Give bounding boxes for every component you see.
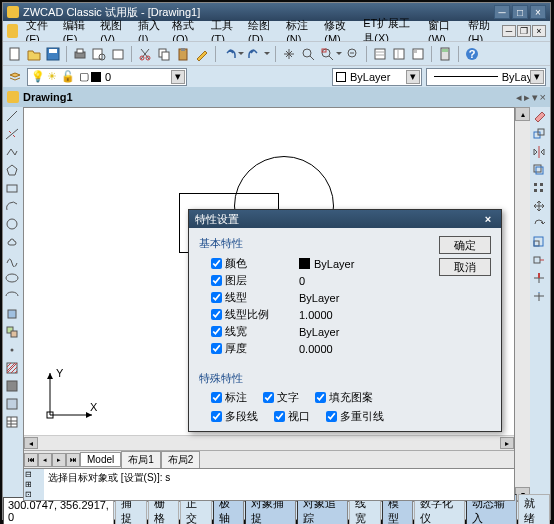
linetype-combo[interactable]: ByLayer ▾ — [426, 68, 546, 86]
tab-menu-icon[interactable]: ▾ — [532, 91, 538, 104]
mdi-restore-button[interactable]: ❐ — [517, 25, 531, 37]
props-icon[interactable] — [372, 46, 388, 62]
polygon-icon[interactable] — [5, 163, 21, 179]
zoom-prev-icon[interactable] — [345, 46, 361, 62]
tab-model[interactable]: Model — [80, 452, 121, 467]
erase-icon[interactable] — [532, 109, 548, 125]
open-icon[interactable] — [26, 46, 42, 62]
cmd-icon1[interactable]: ⊟ — [25, 470, 41, 479]
paste-icon[interactable] — [175, 46, 191, 62]
prop-checkbox[interactable]: 图层 — [211, 273, 299, 288]
ok-button[interactable]: 确定 — [439, 236, 491, 254]
arc-icon[interactable] — [5, 199, 21, 215]
ellipsearc-icon[interactable] — [5, 289, 21, 305]
zoom-dropdown[interactable] — [336, 52, 342, 55]
scroll-up-icon[interactable]: ▴ — [515, 107, 530, 121]
doc-tab[interactable]: Drawing1 — [23, 91, 73, 103]
layer-props-icon[interactable] — [7, 69, 23, 85]
scale-icon[interactable] — [532, 235, 548, 251]
special-checkbox[interactable]: 多重引线 — [326, 409, 384, 424]
point-icon[interactable] — [5, 343, 21, 359]
command-line[interactable]: 选择目标对象或 [设置(S)]: s — [44, 469, 514, 500]
move-icon[interactable] — [532, 199, 548, 215]
rect-icon[interactable] — [5, 181, 21, 197]
scroll-right-icon[interactable]: ▸ — [500, 437, 514, 449]
gradient-icon[interactable] — [5, 379, 21, 395]
color-combo[interactable]: ByLayer ▾ — [332, 68, 422, 86]
zoom-win-icon[interactable] — [319, 46, 335, 62]
tab-prev-icon[interactable]: ◂ — [516, 91, 522, 104]
extend-icon[interactable] — [532, 289, 548, 305]
mirror-icon[interactable] — [532, 145, 548, 161]
prop-checkbox[interactable]: 线宽 — [211, 324, 299, 339]
save-icon[interactable] — [45, 46, 61, 62]
prop-checkbox[interactable]: 厚度 — [211, 341, 299, 356]
close-button[interactable]: × — [530, 5, 546, 19]
redo-icon[interactable] — [247, 46, 263, 62]
cmd-icon3[interactable]: ⊡ — [25, 490, 41, 499]
offset-icon[interactable] — [532, 163, 548, 179]
special-checkbox[interactable]: 文字 — [263, 390, 299, 405]
undo-dropdown[interactable] — [238, 52, 244, 55]
status-就绪[interactable]: 就绪 — [518, 494, 550, 525]
preview-icon[interactable] — [91, 46, 107, 62]
dialog-titlebar[interactable]: 特性设置 × — [189, 210, 501, 228]
prop-checkbox[interactable]: 线型比例 — [211, 307, 299, 322]
chevron-down-icon[interactable]: ▾ — [406, 70, 420, 84]
hatch-icon[interactable] — [5, 361, 21, 377]
tab-layout1[interactable]: 布局1 — [121, 451, 161, 469]
special-checkbox[interactable]: 视口 — [274, 409, 310, 424]
tab-prev-icon[interactable]: ◂ — [38, 453, 52, 467]
revcloud-icon[interactable] — [5, 235, 21, 251]
copy-icon[interactable] — [156, 46, 172, 62]
scroll-left-icon[interactable]: ◂ — [24, 437, 38, 449]
tab-close-icon[interactable]: × — [540, 91, 546, 104]
matchprop-icon[interactable] — [194, 46, 210, 62]
app-icon[interactable] — [7, 24, 18, 38]
tab-next-icon[interactable]: ▸ — [524, 91, 530, 104]
prop-checkbox[interactable]: 线型 — [211, 290, 299, 305]
undo-icon[interactable] — [221, 46, 237, 62]
copy2-icon[interactable] — [532, 127, 548, 143]
chevron-down-icon[interactable]: ▾ — [171, 70, 185, 84]
layer-combo[interactable]: 💡☀🔓▢ 0 ▾ — [27, 68, 187, 86]
calc-icon[interactable] — [437, 46, 453, 62]
block-icon[interactable] — [5, 325, 21, 341]
hscrollbar[interactable]: ◂ ▸ — [24, 436, 514, 450]
region-icon[interactable] — [5, 397, 21, 413]
array-icon[interactable] — [532, 181, 548, 197]
tp-icon[interactable] — [410, 46, 426, 62]
spline-icon[interactable] — [5, 253, 21, 269]
vscrollbar[interactable]: ▴ ▾ — [515, 107, 530, 501]
print-icon[interactable] — [72, 46, 88, 62]
publish-icon[interactable] — [110, 46, 126, 62]
redo-dropdown[interactable] — [264, 52, 270, 55]
trim-icon[interactable] — [532, 271, 548, 287]
ellipse-icon[interactable] — [5, 271, 21, 287]
circle-icon[interactable] — [5, 217, 21, 233]
zoom-rt-icon[interactable] — [300, 46, 316, 62]
pline-icon[interactable] — [5, 145, 21, 161]
tab-first-icon[interactable]: ⏮ — [24, 453, 38, 467]
table-icon[interactable] — [5, 415, 21, 431]
chevron-down-icon[interactable]: ▾ — [530, 70, 544, 84]
special-checkbox[interactable]: 标注 — [211, 390, 247, 405]
pan-icon[interactable] — [281, 46, 297, 62]
mdi-minimize-button[interactable]: ─ — [502, 25, 516, 37]
line-icon[interactable] — [5, 109, 21, 125]
dialog-close-icon[interactable]: × — [481, 212, 495, 226]
insert-icon[interactable] — [5, 307, 21, 323]
cancel-button[interactable]: 取消 — [439, 258, 491, 276]
special-checkbox[interactable]: 多段线 — [211, 409, 258, 424]
cut-icon[interactable] — [137, 46, 153, 62]
stretch-icon[interactable] — [532, 253, 548, 269]
rotate-icon[interactable] — [532, 217, 548, 233]
prop-checkbox[interactable]: 颜色 — [211, 256, 299, 271]
mdi-close-button[interactable]: × — [532, 25, 546, 37]
tab-next-icon[interactable]: ▸ — [52, 453, 66, 467]
tab-layout2[interactable]: 布局2 — [161, 451, 201, 469]
help-icon[interactable]: ? — [464, 46, 480, 62]
special-checkbox[interactable]: 填充图案 — [315, 390, 373, 405]
maximize-button[interactable]: □ — [512, 5, 528, 19]
xline-icon[interactable] — [5, 127, 21, 143]
